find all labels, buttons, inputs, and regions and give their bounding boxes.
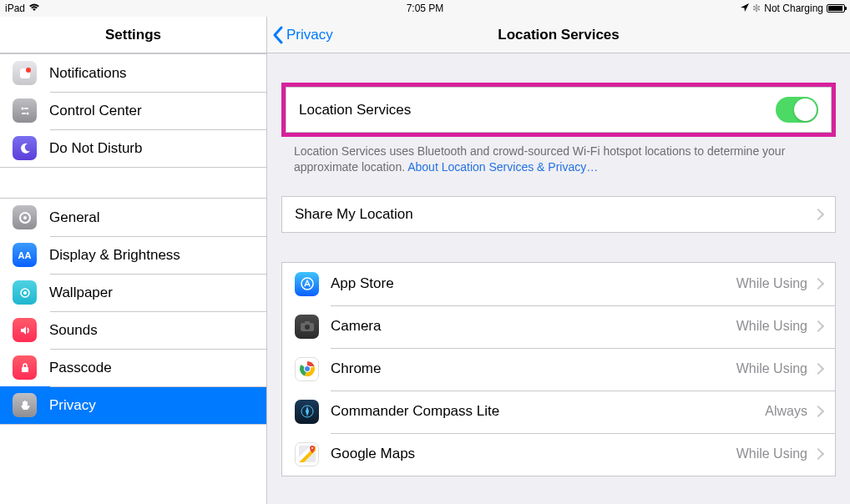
app-row-appstore[interactable]: App Store While Using xyxy=(282,263,835,305)
svg-point-7 xyxy=(23,216,27,219)
app-name: App Store xyxy=(331,275,736,292)
app-status: While Using xyxy=(736,361,807,376)
wifi-icon xyxy=(28,3,40,14)
highlight-box: Location Services xyxy=(281,83,836,137)
sidebar-item-label: General xyxy=(49,209,99,226)
sidebar-item-label: Display & Brightness xyxy=(49,247,180,264)
svg-point-4 xyxy=(26,112,28,114)
sidebar-item-dnd[interactable]: Do Not Disturb xyxy=(0,129,266,167)
sidebar-item-label: Passcode xyxy=(49,360,112,376)
svg-point-11 xyxy=(301,278,313,290)
sidebar-title: Settings xyxy=(0,17,266,53)
apps-list: App Store While Using Camera While Using… xyxy=(281,262,836,476)
share-label: Share My Location xyxy=(295,206,814,223)
sidebar-item-general[interactable]: General xyxy=(0,199,266,236)
app-name: Google Maps xyxy=(331,446,736,462)
bluetooth-icon: ✻ xyxy=(752,3,761,14)
app-row-chrome[interactable]: Chrome While Using xyxy=(282,348,835,391)
settings-sidebar: Settings Notifications Control Center Do… xyxy=(0,17,267,504)
hand-icon xyxy=(13,393,37,417)
sidebar-item-label: Wallpaper xyxy=(49,285,113,301)
chrome-icon xyxy=(295,357,319,381)
toggle-label: Location Services xyxy=(299,102,776,118)
speaker-icon xyxy=(13,318,37,342)
app-row-camera[interactable]: Camera While Using xyxy=(282,305,835,348)
sidebar-item-label: Control Center xyxy=(49,103,142,119)
sidebar-group-2: General AA Display & Brightness Wallpape… xyxy=(0,198,266,425)
sidebar-item-label: Notifications xyxy=(49,65,127,82)
battery-icon xyxy=(827,4,845,13)
app-status: While Using xyxy=(736,446,807,461)
sidebar-item-wallpaper[interactable]: Wallpaper xyxy=(0,274,266,311)
status-time: 7:05 PM xyxy=(407,3,444,14)
app-status: While Using xyxy=(736,276,807,291)
chevron-right-icon xyxy=(814,206,822,223)
googlemaps-icon xyxy=(295,442,319,466)
location-services-toggle[interactable] xyxy=(776,97,818,123)
app-status: Always xyxy=(765,404,807,419)
svg-point-20 xyxy=(311,447,313,449)
location-services-toggle-row[interactable]: Location Services xyxy=(286,88,831,132)
notifications-icon xyxy=(13,61,37,85)
detail-header: Privacy Location Services xyxy=(267,17,850,53)
gear-icon xyxy=(13,205,37,229)
compass-icon xyxy=(295,400,319,424)
sidebar-group-1: Notifications Control Center Do Not Dist… xyxy=(0,53,266,168)
control-center-icon xyxy=(13,98,37,123)
svg-point-9 xyxy=(23,291,27,295)
chevron-right-icon xyxy=(814,446,822,462)
location-services-description: Location Services uses Bluetooth and cro… xyxy=(281,137,836,196)
camera-icon xyxy=(295,315,319,339)
lock-icon xyxy=(13,355,37,380)
app-status: While Using xyxy=(736,319,807,334)
app-row-googlemaps[interactable]: Google Maps While Using xyxy=(282,433,835,476)
sidebar-item-sounds[interactable]: Sounds xyxy=(0,311,266,349)
sidebar-item-notifications[interactable]: Notifications xyxy=(0,54,266,92)
display-icon: AA xyxy=(13,243,37,267)
share-my-location-row[interactable]: Share My Location xyxy=(282,197,835,232)
back-label: Privacy xyxy=(286,27,333,43)
status-device: iPad xyxy=(5,3,25,14)
sidebar-item-display[interactable]: AA Display & Brightness xyxy=(0,236,266,274)
chevron-left-icon xyxy=(272,26,283,44)
about-privacy-link[interactable]: About Location Services & Privacy… xyxy=(407,160,598,174)
chevron-right-icon xyxy=(814,360,822,377)
chevron-right-icon xyxy=(814,403,822,420)
svg-rect-5 xyxy=(22,113,26,114)
status-bar: iPad 7:05 PM ✻ Not Charging xyxy=(0,0,850,17)
detail-pane: Privacy Location Services Location Servi… xyxy=(267,17,850,504)
sidebar-item-label: Do Not Disturb xyxy=(49,140,142,157)
svg-rect-14 xyxy=(305,321,310,324)
svg-point-2 xyxy=(21,107,23,109)
svg-point-17 xyxy=(305,366,310,371)
detail-title: Location Services xyxy=(498,27,620,43)
sidebar-item-control-center[interactable]: Control Center xyxy=(0,92,266,129)
app-name: Commander Compass Lite xyxy=(331,403,765,420)
wallpaper-icon xyxy=(13,280,37,305)
moon-icon xyxy=(13,136,37,160)
sidebar-item-label: Sounds xyxy=(49,322,98,339)
appstore-icon xyxy=(295,272,319,296)
app-row-compass[interactable]: Commander Compass Lite Always xyxy=(282,391,835,433)
sidebar-item-passcode[interactable]: Passcode xyxy=(0,349,266,386)
sidebar-item-privacy[interactable]: Privacy xyxy=(0,386,266,424)
location-arrow-icon xyxy=(741,3,749,14)
chevron-right-icon xyxy=(814,275,822,292)
svg-point-1 xyxy=(26,68,31,73)
sidebar-item-label: Privacy xyxy=(49,397,96,414)
svg-rect-3 xyxy=(24,108,28,109)
svg-point-13 xyxy=(305,325,310,330)
back-button[interactable]: Privacy xyxy=(267,26,340,44)
svg-rect-10 xyxy=(22,367,28,372)
chevron-right-icon xyxy=(814,318,822,335)
app-name: Chrome xyxy=(331,360,736,377)
app-name: Camera xyxy=(331,318,736,335)
status-charging: Not Charging xyxy=(764,3,823,14)
